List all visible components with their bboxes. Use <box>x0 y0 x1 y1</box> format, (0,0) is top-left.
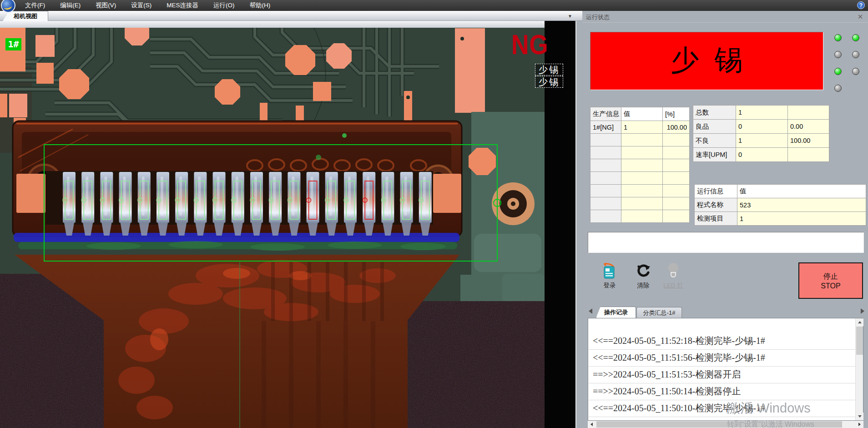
scroll-left-icon[interactable] <box>588 421 595 428</box>
scrollbar-thumb[interactable] <box>596 421 842 428</box>
menu-mes-connector[interactable]: MES连接器 <box>165 1 200 10</box>
tab-scroll-left-icon[interactable] <box>589 308 592 314</box>
table-header-row: 生产信息 值 [%] <box>590 107 690 121</box>
result-ng-text: NG <box>511 31 549 58</box>
app-logo-icon <box>1 0 15 13</box>
run-info-table: 运行信息 值 程式名称523 检测项目1 <box>694 184 866 226</box>
tab-scroll-right-icon[interactable] <box>861 308 864 314</box>
table-row <box>590 159 690 172</box>
status-led-6 <box>852 68 859 75</box>
operation-log: <<==2024-05-05_11:52:18-检测完毕-少锡-1# <<==2… <box>588 318 863 421</box>
production-table: 生产信息 值 [%] 1#[NG] 1 100.00 <box>590 107 690 223</box>
scrollbar-thumb[interactable] <box>856 327 863 355</box>
horizontal-scrollbar[interactable] <box>588 421 863 428</box>
scroll-down-icon[interactable] <box>856 413 863 420</box>
station-label: 1# <box>5 38 21 50</box>
table-row: 速率[UPM]0 <box>693 148 829 162</box>
table-row: 不良1100.00 <box>693 134 829 148</box>
tab-classification-summary[interactable]: 分类汇总-1# <box>636 307 682 318</box>
message-box <box>588 232 864 253</box>
vertical-scrollbar[interactable] <box>855 318 863 420</box>
panel-title-bar: 运行状态 ✕ <box>582 11 868 23</box>
status-led-1 <box>834 34 842 41</box>
circular-arrow-icon <box>629 262 658 280</box>
pcb-teal-region <box>460 112 545 303</box>
table-row <box>590 197 690 210</box>
bulb-icon <box>659 262 688 280</box>
defect-tag: 少锡 <box>535 64 563 76</box>
table-row: 1#[NG] 1 100.00 <box>590 121 690 134</box>
log-entry: <<==2024-05-05_11:50:10-检测完毕-少锡-1# <box>589 400 855 417</box>
panel-splitter[interactable] <box>575 11 582 428</box>
table-header-row: 运行信息 值 <box>695 185 866 198</box>
table-row: 程式名称523 <box>695 198 866 212</box>
status-led-2 <box>852 34 859 41</box>
menu-help[interactable]: 帮助(H) <box>248 1 272 10</box>
id-badge-icon <box>595 262 624 280</box>
status-led-5 <box>834 68 842 75</box>
scroll-up-icon[interactable] <box>856 318 863 326</box>
table-row: 检测项目1 <box>695 212 866 226</box>
table-row <box>590 134 690 146</box>
camera-image <box>0 21 575 428</box>
menu-items: 文件(F) 编辑(E) 视图(V) 设置(S) MES连接器 运行(O) 帮助(… <box>24 1 272 10</box>
menu-bar: 文件(F) 编辑(E) 视图(V) 设置(S) MES连接器 运行(O) 帮助(… <box>0 0 868 11</box>
table-row: 总数1 <box>693 106 829 120</box>
log-entry: <<==2024-05-05_11:52:18-检测完毕-少锡-1# <box>589 333 855 350</box>
defect-tag: 少锡 <box>535 76 563 88</box>
menu-view[interactable]: 视图(V) <box>94 1 117 10</box>
defect-tags: 少锡 少锡 <box>535 64 563 88</box>
login-button[interactable]: 登录 <box>595 262 624 294</box>
led-light-button[interactable]: LED 灯 <box>659 262 688 294</box>
tab-operation-log[interactable]: 操作记录 <box>596 307 636 318</box>
app-window: 文件(F) 编辑(E) 视图(V) 设置(S) MES连接器 运行(O) 帮助(… <box>0 0 868 428</box>
panel-title: 运行状态 <box>586 13 610 21</box>
table-row <box>590 146 690 159</box>
menu-run[interactable]: 运行(O) <box>212 1 236 10</box>
chevron-down-icon[interactable]: ▼ <box>566 13 574 20</box>
table-row <box>590 210 690 223</box>
stop-button[interactable]: 停止 STOP <box>798 262 863 299</box>
alarm-display: 少锡 <box>590 32 823 90</box>
menu-edit[interactable]: 编辑(E) <box>59 1 82 10</box>
status-led-3 <box>834 51 842 58</box>
camera-view-panel: 1# NG 少锡 少锡 <box>0 21 575 428</box>
log-entry: <<==2024-05-05_11:51:56-检测完毕-少锡-1# <box>589 350 855 367</box>
status-led-4 <box>852 51 859 58</box>
scroll-right-icon[interactable] <box>856 421 863 428</box>
table-row: 良品00.00 <box>693 120 829 134</box>
pcb-octagon-pad <box>469 148 496 175</box>
status-led-7 <box>834 85 842 92</box>
close-icon[interactable]: ✕ <box>856 13 864 21</box>
table-row <box>590 172 690 185</box>
log-tab-strip: 操作记录 分类汇总-1# <box>582 306 868 318</box>
help-icon[interactable]: ? <box>857 1 865 9</box>
green-band <box>18 241 457 251</box>
menu-file[interactable]: 文件(F) <box>24 1 46 10</box>
log-entry: ==>>2024-05-05_11:50:14-检测器停止 <box>589 383 855 400</box>
run-status-panel: 运行状态 ✕ 少锡 生产信息 值 [%] 1#[NG] 1 100.00 <box>582 11 868 428</box>
table-row <box>590 185 690 197</box>
stats-table: 总数1 良品00.00 不良1100.00 速率[UPM]0 <box>693 105 829 162</box>
camera-tab-bar: 相机视图 ▼ <box>0 11 582 21</box>
log-entry: ==>>2024-05-05_11:51:53-检测器开启 <box>589 367 855 383</box>
clear-button[interactable]: 清除 <box>629 262 658 294</box>
menu-settings[interactable]: 设置(S) <box>130 1 153 10</box>
log-entry-list: <<==2024-05-05_11:52:18-检测完毕-少锡-1# <<==2… <box>589 318 855 420</box>
